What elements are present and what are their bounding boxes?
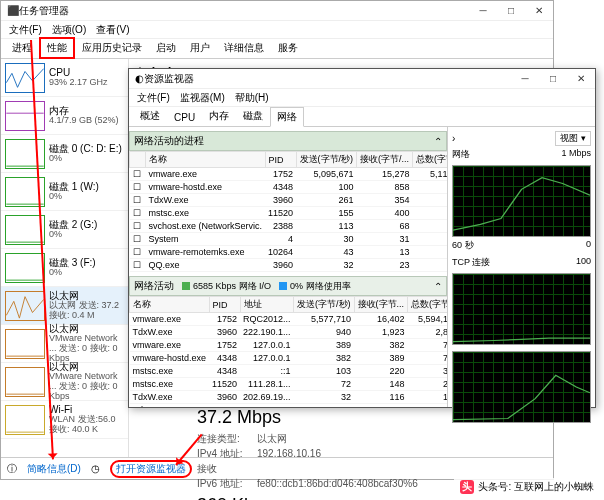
side-sub: 0% — [49, 230, 97, 240]
menu-file[interactable]: 文件(F) — [133, 91, 174, 105]
activity-table: 名称PID地址发送(字节/秒)接收(字节...总数(字节... vmware.e… — [129, 296, 447, 407]
menu-help[interactable]: 帮助(H) — [231, 91, 273, 105]
close-button[interactable]: ✕ — [567, 73, 595, 84]
table-row[interactable]: vmware-remotemks.exe10264431356 — [130, 246, 448, 259]
maximize-button[interactable]: □ — [539, 73, 567, 84]
resmon-icon: ◷ — [91, 463, 100, 474]
sidebar-item[interactable]: 以太网VMware Network ... 发送: 0 接收: 0 Kbps — [1, 325, 128, 363]
sidebar-item[interactable]: Wi-FiWLAN 发送:56.0 接收: 40.0 K — [1, 401, 128, 439]
tab-bar: 概述 CPU 内存 磁盘 网络 — [129, 107, 595, 127]
maximize-button[interactable]: □ — [497, 5, 525, 16]
table-row[interactable]: TdxW.exe3960261354615 — [130, 194, 448, 207]
tab-users[interactable]: 用户 — [183, 38, 217, 58]
side-sub: 93% 2.17 GHz — [49, 78, 108, 88]
sidebar-item[interactable]: 内存4.1/7.9 GB (52%) — [1, 97, 128, 135]
table-row[interactable]: mstsc.exe4348::1103220323 — [130, 365, 448, 378]
tab-details[interactable]: 详细信息 — [217, 38, 271, 58]
sparkline-icon — [5, 215, 45, 245]
sparkline-icon — [5, 139, 45, 169]
table-row[interactable]: mstsc.exe11520155400555 — [130, 207, 448, 220]
performance-sidebar: CPU93% 2.17 GHz内存4.1/7.9 GB (52%)磁盘 0 (C… — [1, 59, 129, 457]
chevron-up-icon[interactable]: ⌃ — [434, 281, 442, 292]
sidebar-item[interactable]: 以太网VMware Network ... 发送: 0 接收: 0 Kbps — [1, 363, 128, 401]
column-header[interactable]: 发送(字节/秒) — [294, 297, 355, 313]
titlebar[interactable]: ⬛ 任务管理器 ─ □ ✕ — [1, 1, 553, 21]
column-header[interactable]: 总数(字节... — [408, 297, 447, 313]
view-dropdown[interactable]: 视图 ▾ — [555, 131, 591, 146]
resource-monitor-icon: ◐ — [135, 73, 144, 84]
tab-startup[interactable]: 启动 — [149, 38, 183, 58]
minimize-button[interactable]: ─ — [469, 5, 497, 16]
watermark-text: 头条号: 互联网上的小蜘蛛 — [478, 480, 594, 494]
tab-network[interactable]: 网络 — [270, 107, 304, 127]
column-header[interactable]: 名称 — [130, 297, 210, 313]
column-header[interactable]: 总数(字节/秒) — [413, 152, 447, 168]
chevron-up-icon: ⓘ — [7, 462, 17, 476]
tab-performance[interactable]: 性能 — [39, 37, 75, 59]
section-network-processes[interactable]: 网络活动的进程 ⌃ — [129, 131, 447, 151]
sparkline-icon — [5, 63, 45, 93]
graph-tcp — [452, 273, 591, 345]
side-sub: 以太网 发送: 37.2 接收: 0.4 M — [49, 301, 124, 321]
menu-view[interactable]: 查看(V) — [92, 23, 133, 37]
table-row[interactable]: TdxW.exe396014.17.75.1118126126 — [130, 404, 448, 408]
menu-file[interactable]: 文件(F) — [5, 23, 46, 37]
close-button[interactable]: ✕ — [525, 5, 553, 16]
column-header[interactable]: PID — [209, 297, 240, 313]
column-header[interactable]: 发送(字节/秒) — [296, 152, 357, 168]
graph-ethernet — [452, 351, 591, 423]
table-row[interactable]: TdxW.exe3960222.190.1...9401,9232,863 — [130, 326, 448, 339]
table-row[interactable]: vmware.exe1752127.0.0.1389382771 — [130, 339, 448, 352]
tab-app-history[interactable]: 应用历史记录 — [75, 38, 149, 58]
menu-monitor[interactable]: 监视器(M) — [176, 91, 229, 105]
table-row[interactable]: vmware-hostd.exe4348100858958 — [130, 181, 448, 194]
sidebar-item[interactable]: 磁盘 2 (G:)0% — [1, 211, 128, 249]
sparkline-icon — [5, 367, 45, 397]
chevron-right-icon[interactable]: › — [452, 133, 455, 144]
tab-disk[interactable]: 磁盘 — [236, 106, 270, 126]
recv-label: 接收 — [197, 462, 227, 476]
sidebar-item[interactable]: 磁盘 3 (F:)0% — [1, 249, 128, 287]
table-row[interactable]: TdxW.exe3960202.69.19...32116145 — [130, 391, 448, 404]
open-resource-monitor-link[interactable]: 打开资源监视器 — [110, 460, 192, 478]
menu-options[interactable]: 选项(O) — [48, 23, 90, 37]
table-row[interactable]: svchost.exe (NetworkServic.238811368181 — [130, 220, 448, 233]
titlebar[interactable]: ◐ 资源监视器 ─ □ ✕ — [129, 69, 595, 89]
sparkline-icon — [5, 291, 45, 321]
sidebar-item[interactable]: 磁盘 1 (W:)0% — [1, 173, 128, 211]
table-row[interactable]: mstsc.exe11520111.28.1...72148220 — [130, 378, 448, 391]
sparkline-icon — [5, 177, 45, 207]
side-sub: VMware Network ... 发送: 0 接收: 0 Kbps — [49, 334, 124, 364]
table-row[interactable]: vmware.exe1752RQC2012...5,577,71016,4025… — [130, 313, 448, 326]
column-header[interactable]: 地址 — [240, 297, 294, 313]
column-header[interactable]: PID — [265, 152, 296, 168]
side-sub: VMware Network ... 发送: 0 接收: 0 Kbps — [49, 372, 124, 402]
table-row[interactable]: System4303161 — [130, 233, 448, 246]
column-header[interactable]: 接收(字节... — [354, 297, 408, 313]
tab-memory[interactable]: 内存 — [202, 106, 236, 126]
minimize-button[interactable]: ─ — [511, 73, 539, 84]
sidebar-item[interactable]: CPU93% 2.17 GHz — [1, 59, 128, 97]
column-header[interactable]: 接收(字节/... — [357, 152, 413, 168]
chevron-up-icon[interactable]: ⌃ — [434, 136, 442, 147]
window-title: 任务管理器 — [19, 4, 469, 18]
sidebar-item[interactable]: 磁盘 0 (C: D: E:)0% — [1, 135, 128, 173]
table-row[interactable]: vmware.exe17525,095,67115,2785,110,949 — [130, 168, 448, 181]
sidebar-item[interactable]: 以太网以太网 发送: 37.2 接收: 0.4 M — [1, 287, 128, 325]
tab-cpu[interactable]: CPU — [167, 109, 202, 126]
table-row[interactable]: vmware-hostd.exe4348127.0.0.1382389771 — [130, 352, 448, 365]
processes-table: 名称PID发送(字节/秒)接收(字节/...总数(字节/秒) vmware.ex… — [129, 151, 447, 272]
tab-processes[interactable]: 进程 — [5, 38, 39, 58]
task-manager-icon: ⬛ — [7, 5, 19, 16]
fewer-details-link[interactable]: 简略信息(D) — [27, 462, 81, 476]
resource-monitor-graphs: › 视图 ▾ 网络1 Mbps 60 秒0 TCP 连接100 — [447, 127, 595, 407]
window-title: 资源监视器 — [144, 72, 511, 86]
tab-services[interactable]: 服务 — [271, 38, 305, 58]
tab-overview[interactable]: 概述 — [133, 106, 167, 126]
side-sub: 0% — [49, 154, 122, 164]
section-network-activity[interactable]: 网络活动 6585 Kbps 网络 I/O 0% 网络使用率 ⌃ — [129, 276, 447, 296]
table-row[interactable]: QQ.exe3960322355 — [130, 259, 448, 272]
column-header[interactable]: 名称 — [146, 152, 266, 168]
side-sub: 0% — [49, 268, 96, 278]
resource-monitor-window: ◐ 资源监视器 ─ □ ✕ 文件(F) 监视器(M) 帮助(H) 概述 CPU … — [128, 68, 596, 408]
